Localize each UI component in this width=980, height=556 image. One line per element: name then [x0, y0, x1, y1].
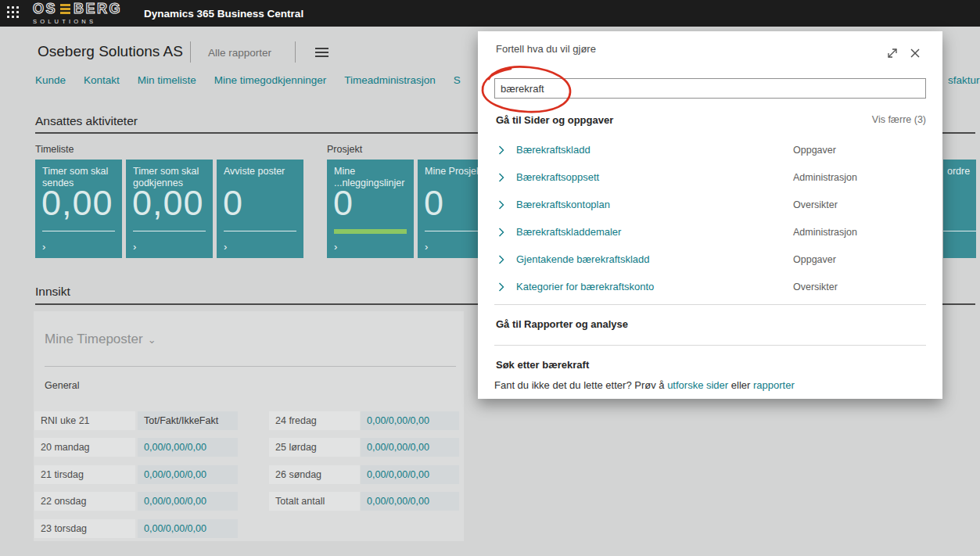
- nav-item-fragment[interactable]: S: [454, 74, 461, 86]
- row-label: RNI uke 21: [34, 411, 135, 430]
- search-result-category: Oversikter: [793, 282, 838, 292]
- search-input[interactable]: [494, 78, 926, 99]
- nav-item-kontakt[interactable]: Kontakt: [84, 74, 120, 86]
- chevron-right-icon[interactable]: ›: [133, 241, 136, 253]
- search-result-row[interactable]: Bærekraftskladdemaler Administrasjon: [478, 226, 942, 240]
- divider: [295, 41, 296, 63]
- search-result-link[interactable]: Bærekraftskladdemaler: [516, 226, 621, 238]
- close-icon[interactable]: [909, 47, 921, 59]
- search-result-link[interactable]: Gjentakende bærekraftskladd: [516, 253, 650, 265]
- tile-separator: [133, 231, 206, 231]
- logo-subtitle: SOLUTIONS: [33, 18, 96, 25]
- chevron-right-icon: [498, 173, 504, 182]
- tile-timer-som-skal-sendes[interactable]: Timer som skal sendes 0,00 ›: [35, 160, 122, 258]
- divider: [494, 304, 926, 305]
- search-result-category: Administrasjon: [793, 172, 857, 183]
- search-result-link[interactable]: Bærekraftsoppsett: [516, 171, 599, 183]
- search-result-category: Administrasjon: [793, 227, 857, 238]
- row-label: 21 tirsdag: [34, 465, 135, 484]
- row-value: Tot/Fakt/IkkeFakt: [138, 411, 238, 430]
- card-divider: [45, 366, 456, 367]
- row-value[interactable]: 0,00/0,00/0,00: [138, 519, 238, 538]
- logo-e-bars-icon: [60, 4, 70, 14]
- nav-item-kunde[interactable]: Kunde: [35, 74, 66, 86]
- app-launcher-icon[interactable]: [7, 6, 21, 20]
- tell-me-dialog: Fortell hva du vil gjøre Gå til Sider og…: [478, 31, 942, 399]
- chevron-right-icon: [498, 255, 504, 264]
- oseberg-logo: OS BERG SOLUTIONS: [33, 2, 122, 25]
- search-result-category: Oversikter: [793, 199, 838, 210]
- row-label: Totalt antall: [269, 492, 360, 511]
- logo-text-suffix: BERG: [74, 2, 122, 16]
- row-label: 20 mandag: [34, 438, 135, 457]
- app-title: Dynamics 365 Business Central: [144, 8, 303, 20]
- nav-item-mine-timegodkjenninger[interactable]: Mine timegodkjenninger: [214, 74, 326, 86]
- activities-section-title: Ansattes aktiviteter: [35, 114, 138, 128]
- tile-separator: [943, 231, 976, 231]
- insight-section-title: Innsikt: [35, 285, 70, 299]
- chevron-right-icon[interactable]: ›: [425, 241, 428, 253]
- chevron-right-icon[interactable]: ›: [334, 241, 337, 253]
- tile-avviste-poster[interactable]: Avviste poster 0 ›: [217, 160, 303, 258]
- main-nav: Kunde Kontakt Min timeliste Mine timegod…: [35, 74, 461, 86]
- row-label: 25 lørdag: [269, 438, 360, 457]
- search-result-category: Oppgaver: [793, 145, 836, 156]
- dialog-footer: Fant du ikke det du lette etter? Prøv å …: [494, 379, 795, 391]
- explore-reports-link[interactable]: rapporter: [753, 379, 795, 391]
- row-value[interactable]: 0,00/0,00/0,00: [361, 465, 459, 484]
- tile-timer-som-skal-godkjennes[interactable]: Timer som skal godkjennes 0,00 ›: [126, 160, 213, 258]
- chevron-right-icon: [498, 145, 504, 155]
- row-value[interactable]: 0,00/0,00/0,00: [138, 465, 238, 484]
- group-label-timeliste: Timeliste: [35, 144, 74, 155]
- section-reports-analysis[interactable]: Gå til Rapporter og analyse: [496, 318, 628, 330]
- search-result-row[interactable]: Bærekraftskontoplan Oversikter: [478, 199, 942, 213]
- company-name[interactable]: Oseberg Solutions AS: [38, 43, 183, 60]
- card-section-label: General: [45, 380, 79, 391]
- row-label: 24 fredag: [269, 411, 360, 430]
- row-value[interactable]: 0,00/0,00/0,00: [361, 411, 459, 430]
- logo-text-prefix: OS: [33, 2, 57, 16]
- search-result-link[interactable]: Bærekraftskontoplan: [516, 199, 610, 210]
- chevron-right-icon: [498, 200, 504, 210]
- group-label-prosjekt: Prosjekt: [327, 144, 362, 155]
- search-result-row[interactable]: Kategorier for bærekraftskonto Oversikte…: [478, 281, 942, 295]
- card-title-dropdown[interactable]: Mine Timeposter⌄: [45, 332, 156, 347]
- nav-item-fragment-right[interactable]: sfaktura: [948, 74, 980, 86]
- section-pages-tasks: Gå til Sider og oppgaver: [496, 114, 613, 126]
- menu-icon[interactable]: [315, 48, 328, 60]
- search-result-row[interactable]: Bærekraftskladd Oppgaver: [478, 144, 942, 158]
- chevron-right-icon: [498, 228, 504, 237]
- search-result-link[interactable]: Kategorier for bærekraftskonto: [516, 281, 654, 292]
- top-bar: OS BERG SOLUTIONS Dynamics 365 Business …: [0, 0, 980, 27]
- row-value[interactable]: 0,00/0,00/0,00: [361, 492, 459, 511]
- tile-ordre-partial[interactable]: ordre: [943, 160, 976, 258]
- search-result-row[interactable]: Bærekraftsoppsett Administrasjon: [478, 171, 942, 185]
- tile-mine-leggingslinjer[interactable]: Mine ...nleggingslinjer 0 ›: [327, 160, 414, 258]
- mine-timeposter-card: Mine Timeposter⌄ General RNI uke 21 Tot/…: [34, 311, 464, 541]
- tile-progress-bar: [334, 229, 407, 234]
- tile-separator: [42, 231, 115, 231]
- explore-pages-link[interactable]: utforske sider: [667, 379, 728, 391]
- search-result-link[interactable]: Bærekraftskladd: [516, 144, 591, 156]
- chevron-right-icon[interactable]: ›: [42, 241, 45, 253]
- expand-icon[interactable]: [886, 47, 899, 59]
- row-label: 26 søndag: [269, 465, 360, 484]
- row-label: 22 onsdag: [34, 492, 135, 511]
- nav-item-timeadministrasjon[interactable]: Timeadministrasjon: [344, 74, 436, 86]
- search-for-row[interactable]: Søk etter bærekraft: [496, 359, 589, 371]
- divider: [190, 41, 191, 63]
- nav-item-min-timeliste[interactable]: Min timeliste: [138, 74, 196, 86]
- tile-separator: [224, 231, 296, 231]
- search-result-row[interactable]: Gjentakende bærekraftskladd Oppgaver: [478, 253, 942, 267]
- chevron-down-icon: ⌄: [148, 334, 156, 346]
- row-value[interactable]: 0,00/0,00/0,00: [361, 438, 459, 457]
- dialog-title: Fortell hva du vil gjøre: [496, 43, 596, 55]
- all-reports-link[interactable]: Alle rapporter: [208, 47, 271, 59]
- chevron-right-icon[interactable]: ›: [224, 241, 227, 253]
- show-fewer-link[interactable]: Vis færre (3): [872, 114, 926, 125]
- row-value[interactable]: 0,00/0,00/0,00: [138, 438, 238, 457]
- divider: [494, 345, 926, 346]
- chevron-right-icon: [498, 282, 504, 292]
- row-label: 23 torsdag: [34, 519, 135, 538]
- row-value[interactable]: 0,00/0,00/0,00: [138, 492, 238, 511]
